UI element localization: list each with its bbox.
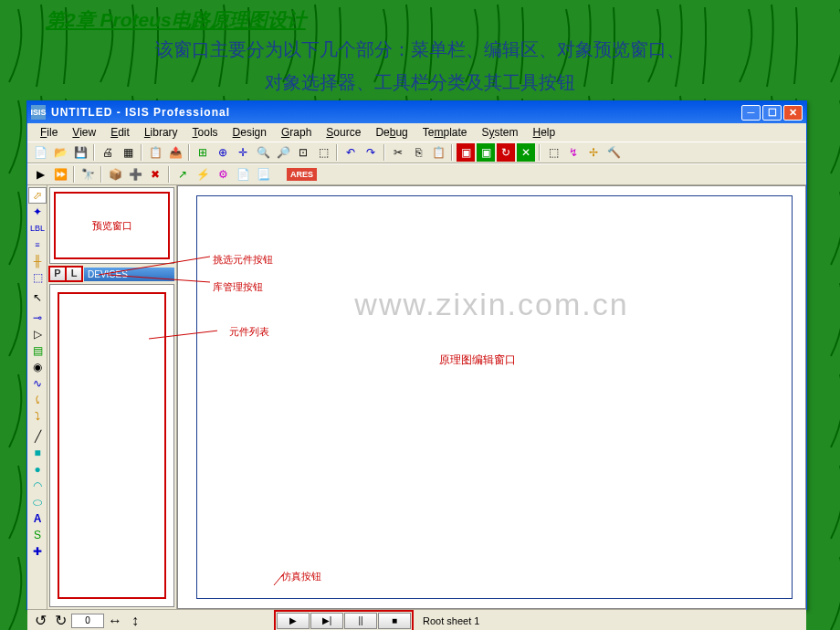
menu-source[interactable]: Source	[319, 124, 368, 141]
grid-icon[interactable]: ⊞	[194, 143, 212, 162]
play-button[interactable]: ▶	[277, 613, 310, 629]
save-icon[interactable]: 💾	[71, 143, 89, 162]
rotate-cw-icon[interactable]: ↻	[51, 613, 69, 629]
titlebar[interactable]: ISIS UNTITLED - ISIS Professional ─ ☐ ✕	[27, 101, 806, 123]
annotation-pick: 挑选元件按钮	[210, 252, 276, 268]
stop-button[interactable]: ■	[378, 613, 411, 629]
netlist-icon[interactable]: ⚙	[214, 165, 232, 184]
separator	[93, 144, 95, 161]
circle-icon[interactable]: ●	[28, 461, 47, 478]
label-icon[interactable]: ≡	[28, 236, 47, 253]
ares-button[interactable]: ARES	[287, 168, 317, 181]
menu-design[interactable]: Design	[226, 124, 274, 141]
junction-icon[interactable]: LBL	[28, 220, 47, 236]
arrow-icon[interactable]: ↖	[28, 289, 47, 306]
symbol-icon[interactable]: S	[28, 527, 47, 543]
rotation-input[interactable]	[71, 614, 104, 628]
current-probe-icon[interactable]: ⤵	[28, 408, 47, 425]
generator-icon[interactable]: ∿	[28, 375, 47, 392]
rotate-ccw-icon[interactable]: ↺	[31, 613, 49, 629]
wire-tool-icon[interactable]: ↯	[564, 143, 583, 162]
menu-file[interactable]: File	[33, 124, 65, 141]
hammer-icon[interactable]: 🔨	[604, 143, 623, 162]
line-icon[interactable]: ╱	[28, 428, 47, 445]
minimize-button[interactable]: ─	[741, 105, 761, 121]
import-icon[interactable]: 📋	[146, 143, 164, 162]
zoom-out-icon[interactable]: 🔎	[274, 143, 292, 162]
component-mode-icon[interactable]: ✦	[28, 204, 47, 220]
menu-graph[interactable]: Graph	[274, 124, 319, 141]
library-manage-button[interactable]: L	[66, 267, 82, 281]
bottom-bar: ↺ ↻ ↔ ↕ ▶ ▶| || ■ Root sheet 1	[27, 609, 806, 630]
separator	[100, 166, 102, 183]
rt2-icon[interactable]: ⏩	[51, 165, 69, 184]
menu-tools[interactable]: Tools	[185, 124, 226, 141]
zoom-in-icon[interactable]: 🔍	[254, 143, 272, 162]
del-pkg-icon[interactable]: ✖	[146, 165, 164, 184]
redo-icon[interactable]: ↷	[362, 143, 380, 162]
cut-icon[interactable]: ✂	[389, 143, 407, 162]
tape-icon[interactable]: ◉	[28, 359, 47, 375]
pick-icon[interactable]: ⬚	[544, 143, 562, 162]
rt-icon[interactable]: ▶	[31, 165, 49, 184]
open-icon[interactable]: 📂	[51, 143, 69, 162]
copy-icon[interactable]: ⎘	[409, 143, 427, 162]
search2-icon[interactable]: ⚡	[194, 165, 212, 184]
region-icon[interactable]: ▦	[119, 143, 137, 162]
devices-header: DEVICES	[84, 268, 174, 281]
menu-edit[interactable]: Edit	[103, 124, 137, 141]
menu-debug[interactable]: Debug	[368, 124, 415, 141]
menu-view[interactable]: View	[65, 124, 103, 141]
separator	[168, 166, 170, 183]
undo-icon[interactable]: ↶	[341, 143, 360, 162]
decompose-icon[interactable]: ✢	[584, 143, 603, 162]
separator	[539, 144, 541, 161]
mirror-v-icon[interactable]: ↕	[126, 613, 144, 629]
marker-icon[interactable]: ✚	[28, 543, 47, 560]
selection-mode-icon[interactable]: ⬀	[28, 187, 47, 204]
wire-auto-icon[interactable]: ↗	[173, 165, 192, 184]
menu-template[interactable]: Template	[415, 124, 475, 141]
schematic-canvas[interactable]: www.zixin.com.cn 原理图编辑窗口	[177, 185, 806, 609]
block-copy-icon[interactable]: ▣	[457, 143, 475, 162]
print-icon[interactable]: 🖨	[99, 143, 117, 162]
voltage-probe-icon[interactable]: ⤹	[28, 392, 47, 408]
block-move-icon[interactable]: ▣	[477, 143, 495, 162]
block-rotate-icon[interactable]: ↻	[497, 143, 515, 162]
step-button[interactable]: ▶|	[310, 613, 343, 629]
box-icon[interactable]: ■	[28, 445, 47, 461]
toolbar-main: 📄 📂 💾 🖨 ▦ 📋 📤 ⊞ ⊕ ✛ 🔍 🔎 ⊡ ⬚ ↶ ↷ ✂ ⎘ 📋 ▣ …	[27, 142, 806, 163]
pan-icon[interactable]: ✛	[234, 143, 252, 162]
text-icon[interactable]: A	[28, 510, 47, 527]
graph-icon[interactable]: ▤	[28, 342, 47, 359]
paste-icon[interactable]: 📋	[429, 143, 447, 162]
simulation-controls: ▶ ▶| || ■	[274, 610, 414, 631]
menu-help[interactable]: Help	[526, 124, 563, 141]
export-icon[interactable]: 📤	[166, 143, 184, 162]
binoculars-icon[interactable]: 🔭	[79, 165, 97, 184]
terminal-icon[interactable]: ⊸	[28, 310, 47, 326]
close-button[interactable]: ✕	[783, 105, 803, 121]
pick-component-button[interactable]: P	[49, 267, 66, 281]
arc-icon[interactable]: ◠	[28, 478, 47, 494]
zoom-area-icon[interactable]: ⬚	[314, 143, 332, 162]
bus-icon[interactable]: ╫	[28, 253, 47, 269]
script-a-icon[interactable]: 📄	[234, 165, 252, 184]
path-icon[interactable]: ⬭	[28, 494, 47, 510]
pause-button[interactable]: ||	[344, 613, 377, 629]
package-icon[interactable]: 📦	[106, 165, 124, 184]
menu-library[interactable]: Library	[137, 124, 185, 141]
menu-system[interactable]: System	[474, 124, 525, 141]
mirror-h-icon[interactable]: ↔	[106, 613, 124, 629]
list-outline	[58, 292, 166, 599]
origin-icon[interactable]: ⊕	[214, 143, 232, 162]
block-delete-icon[interactable]: ✕	[517, 143, 535, 162]
component-list[interactable]	[49, 284, 174, 607]
new-icon[interactable]: 📄	[31, 143, 49, 162]
zoom-all-icon[interactable]: ⊡	[294, 143, 312, 162]
device-pin-icon[interactable]: ▷	[28, 326, 47, 342]
add-pkg-icon[interactable]: ➕	[126, 165, 144, 184]
subcircuit-icon[interactable]: ⬚	[28, 269, 47, 286]
maximize-button[interactable]: ☐	[762, 105, 782, 121]
script-b-icon[interactable]: 📃	[254, 165, 272, 184]
